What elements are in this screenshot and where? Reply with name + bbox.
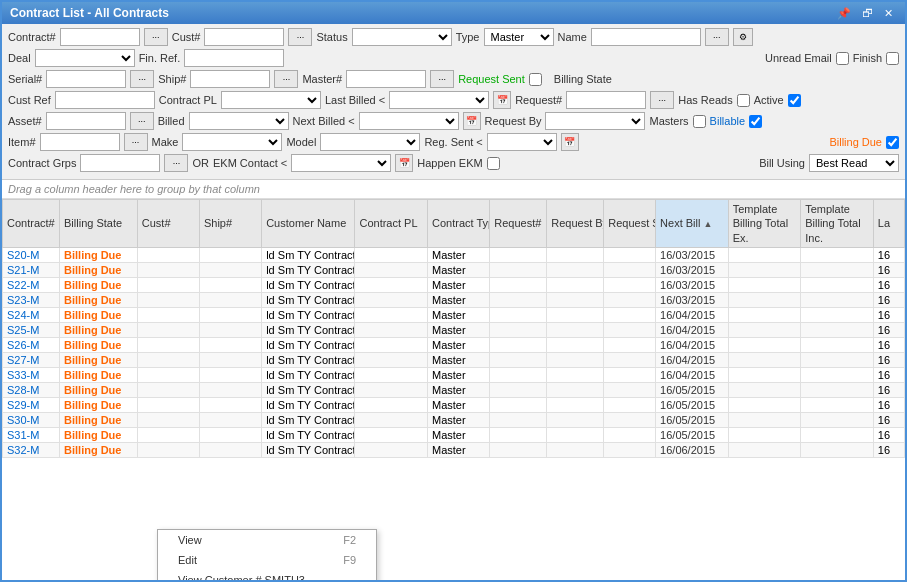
context-view-customer[interactable]: View Customer # SMITH3 [158,570,376,580]
next-billed-select[interactable] [359,112,459,130]
asset-input[interactable] [46,112,126,130]
th-contract-pl[interactable]: Contract PL [355,200,428,248]
restore-button[interactable]: 🗗 [858,6,877,21]
last-billed-select[interactable] [389,91,489,109]
make-select[interactable] [182,133,282,151]
contract-pl-select[interactable] [221,91,321,109]
table-cell [728,442,801,457]
table-cell: 16 [873,337,904,352]
table-cell: 16 [873,352,904,367]
table-row[interactable]: S31-MBilling Dueld Sm TY ContractMaster1… [3,427,905,442]
cust-dots-btn[interactable]: ··· [288,28,312,46]
ekm-contact-select[interactable] [291,154,391,172]
table-cell [728,262,801,277]
table-row[interactable]: S25-MBilling Dueld Sm TY ContractMaster1… [3,322,905,337]
billable-checkbox[interactable] [749,115,762,128]
th-template-inc[interactable]: TemplateBilling TotalInc. [801,200,874,248]
table-row[interactable]: S28-MBilling Dueld Sm TY ContractMaster1… [3,382,905,397]
table-row[interactable]: S32-MBilling Dueld Sm TY ContractMaster1… [3,442,905,457]
table-cell: S26-M [3,337,60,352]
table-cell [137,397,199,412]
item-dots-btn[interactable]: ··· [124,133,148,151]
serial-dots-btn[interactable]: ··· [130,70,154,88]
billing-state-label: Billing State [554,73,612,85]
th-ship[interactable]: Ship# [199,200,261,248]
th-req-by[interactable]: Request By [547,200,604,248]
ekm-contact-cal-btn[interactable]: 📅 [395,154,413,172]
contract-grps-dots-btn[interactable]: ··· [164,154,188,172]
name-input[interactable] [591,28,701,46]
serial-input[interactable] [46,70,126,88]
contract-dots-btn[interactable]: ··· [144,28,168,46]
contract-input[interactable] [60,28,140,46]
th-billing[interactable]: Billing State [60,200,138,248]
gear-btn[interactable]: ⚙ [733,28,753,46]
table-cell: Master [428,382,490,397]
th-template-ex[interactable]: TemplateBilling TotalEx. [728,200,801,248]
pin-button[interactable]: 📌 [833,6,855,21]
deal-select[interactable] [35,49,135,67]
cust-input[interactable] [204,28,284,46]
th-contract-type[interactable]: Contract Type [428,200,490,248]
contract-grps-label: Contract Grps [8,157,76,169]
table-cell [490,337,547,352]
type-select[interactable]: Master [484,28,554,46]
th-customer-name[interactable]: Customer Name [262,200,355,248]
status-select[interactable] [352,28,452,46]
context-view[interactable]: View F2 [158,530,376,550]
active-checkbox[interactable] [788,94,801,107]
ship-input[interactable] [190,70,270,88]
master-input[interactable] [346,70,426,88]
table-row[interactable]: S26-MBilling Dueld Sm TY ContractMaster1… [3,337,905,352]
fin-ref-input[interactable] [184,49,284,67]
th-next-bill[interactable]: Next Bill ▲ [656,200,729,248]
table-cell [137,262,199,277]
master-dots-btn[interactable]: ··· [430,70,454,88]
has-reads-checkbox[interactable] [737,94,750,107]
request-by-select[interactable] [545,112,645,130]
th-cust[interactable]: Cust# [137,200,199,248]
filter-row-1: Contract# ··· Cust# ··· Status Type Mast… [8,28,899,46]
request-input[interactable] [566,91,646,109]
table-row[interactable]: S33-MBilling Dueld Sm TY ContractMaster1… [3,367,905,382]
cust-ref-input[interactable] [55,91,155,109]
th-contract[interactable]: Contract# [3,200,60,248]
table-row[interactable]: S29-MBilling Dueld Sm TY ContractMaster1… [3,397,905,412]
request-sent-checkbox[interactable] [529,73,542,86]
billed-select[interactable] [189,112,289,130]
item-input[interactable] [40,133,120,151]
table-cell: 16 [873,397,904,412]
happen-ekm-checkbox[interactable] [487,157,500,170]
ship-dots-btn[interactable]: ··· [274,70,298,88]
last-billed-cal-btn[interactable]: 📅 [493,91,511,109]
table-row[interactable]: S24-MBilling Dueld Sm TY ContractMaster1… [3,307,905,322]
th-request[interactable]: Request# [490,200,547,248]
model-select[interactable] [320,133,420,151]
finish-checkbox[interactable] [886,52,899,65]
table-cell: 16 [873,247,904,262]
bill-using-select[interactable]: Best Read [809,154,899,172]
th-req-sent[interactable]: Request Sent [604,200,656,248]
table-cell [199,247,261,262]
billing-due-checkbox[interactable] [886,136,899,149]
contract-grps-input[interactable] [80,154,160,172]
asset-dots-btn[interactable]: ··· [130,112,154,130]
table-cell [728,367,801,382]
table-row[interactable]: S21-MBilling Dueld Sm TY ContractMaster1… [3,262,905,277]
request-dots-btn[interactable]: ··· [650,91,674,109]
table-row[interactable]: S30-MBilling Dueld Sm TY ContractMaster1… [3,412,905,427]
masters-checkbox[interactable] [693,115,706,128]
table-row[interactable]: S23-MBilling Dueld Sm TY ContractMaster1… [3,292,905,307]
next-billed-cal-btn[interactable]: 📅 [463,112,481,130]
reg-sent-cal-btn[interactable]: 📅 [561,133,579,151]
table-row[interactable]: S20-MBilling Dueld Sm TY ContractMaster1… [3,247,905,262]
unread-email-checkbox[interactable] [836,52,849,65]
close-button[interactable]: ✕ [880,6,897,21]
context-edit[interactable]: Edit F9 [158,550,376,570]
table-row[interactable]: S22-MBilling Dueld Sm TY ContractMaster1… [3,277,905,292]
table-container[interactable]: Contract# Billing State Cust# Ship# Cust… [2,199,905,580]
th-last[interactable]: La [873,200,904,248]
reg-sent-select[interactable] [487,133,557,151]
name-dots-btn[interactable]: ··· [705,28,729,46]
table-row[interactable]: S27-MBilling Dueld Sm TY ContractMaster1… [3,352,905,367]
